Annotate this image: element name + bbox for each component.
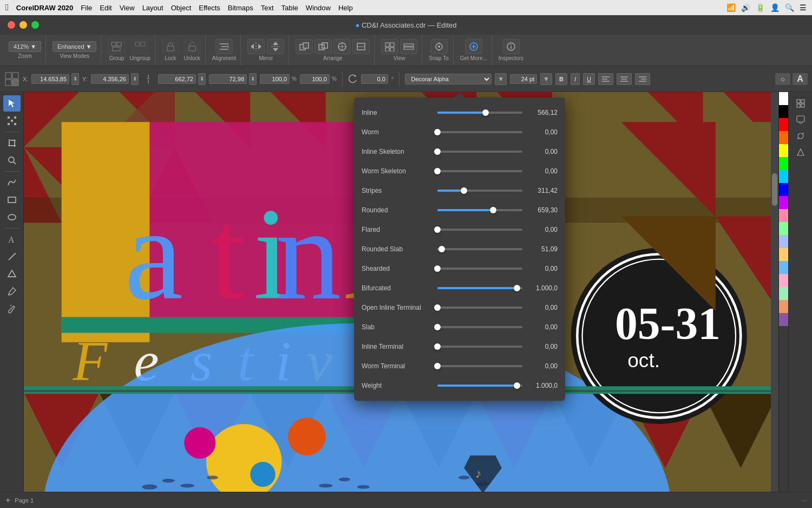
list-icon[interactable]: ☰ bbox=[800, 3, 807, 12]
w-input[interactable] bbox=[158, 74, 196, 84]
vf-slider-track-5[interactable] bbox=[437, 209, 522, 211]
y-stepper[interactable]: ⬍ bbox=[131, 73, 139, 85]
vf-slider-track-10[interactable] bbox=[437, 307, 522, 309]
color-swatch-purple[interactable] bbox=[779, 196, 788, 209]
inspectors-button[interactable] bbox=[502, 39, 520, 54]
node-edit-tool[interactable] bbox=[3, 113, 21, 129]
add-page-button[interactable]: + bbox=[5, 496, 10, 505]
y-input[interactable] bbox=[91, 74, 129, 84]
zoom-tool[interactable] bbox=[3, 152, 21, 168]
h-stepper[interactable]: ⬍ bbox=[249, 73, 257, 85]
x-stepper[interactable]: ⬍ bbox=[71, 73, 79, 85]
vf-slider-track-0[interactable] bbox=[437, 112, 522, 114]
eyedropper-tool[interactable] bbox=[3, 283, 21, 299]
maximize-button[interactable] bbox=[31, 21, 39, 29]
text-icon2[interactable]: A bbox=[793, 73, 808, 85]
color-swatch-sky[interactable] bbox=[779, 261, 788, 274]
vf-slider-track-1[interactable] bbox=[437, 131, 522, 133]
menu-window[interactable]: Window bbox=[306, 4, 331, 12]
h-input[interactable] bbox=[209, 74, 247, 84]
lock-button[interactable] bbox=[162, 39, 179, 54]
zoom-dropdown[interactable]: 412% ▼ bbox=[9, 41, 41, 52]
font-size-chevron[interactable]: ▼ bbox=[540, 73, 552, 85]
menu-object[interactable]: Object bbox=[171, 4, 192, 12]
menu-effects[interactable]: Effects bbox=[199, 4, 220, 12]
arrange-btn1[interactable] bbox=[296, 39, 313, 54]
font-name-chevron[interactable]: ▼ bbox=[495, 73, 507, 85]
scale-y-input[interactable] bbox=[300, 74, 330, 84]
rotate-input[interactable] bbox=[361, 74, 388, 84]
fx-button[interactable] bbox=[792, 144, 809, 160]
color-swatch-peach[interactable] bbox=[779, 300, 788, 313]
color-swatch-violet[interactable] bbox=[779, 313, 788, 326]
italic-button[interactable]: I bbox=[571, 73, 580, 85]
color-swatch-cyan[interactable] bbox=[779, 170, 788, 183]
vf-slider-thumb-12[interactable] bbox=[434, 343, 441, 350]
align-left-button[interactable] bbox=[598, 73, 613, 85]
vf-slider-thumb-9[interactable] bbox=[514, 285, 520, 291]
vf-slider-track-7[interactable] bbox=[437, 248, 522, 250]
color-swatch-light-blue[interactable] bbox=[779, 235, 788, 248]
mirror-v-button[interactable] bbox=[267, 39, 284, 54]
crop-tool[interactable] bbox=[3, 135, 21, 151]
mirror-h-button[interactable] bbox=[247, 39, 265, 54]
freehand-tool[interactable] bbox=[3, 174, 21, 191]
vf-slider-thumb-10[interactable] bbox=[434, 304, 441, 311]
unlock-button[interactable] bbox=[184, 39, 201, 54]
vf-slider-thumb-0[interactable] bbox=[482, 109, 489, 116]
apple-menu[interactable]:  bbox=[5, 3, 9, 12]
rectangle-tool[interactable] bbox=[3, 192, 21, 208]
vf-slider-track-3[interactable] bbox=[437, 170, 522, 172]
vf-slider-thumb-2[interactable] bbox=[434, 148, 441, 155]
x-input[interactable] bbox=[31, 74, 69, 84]
align-right-button[interactable] bbox=[635, 73, 650, 85]
color-swatch-mint[interactable] bbox=[779, 287, 788, 300]
menu-view[interactable]: View bbox=[120, 4, 135, 12]
view-btn1[interactable] bbox=[381, 39, 398, 54]
vf-slider-thumb-3[interactable] bbox=[434, 168, 441, 174]
vf-slider-track-4[interactable] bbox=[437, 190, 522, 192]
menu-edit[interactable]: Edit bbox=[100, 4, 112, 12]
vf-slider-track-13[interactable] bbox=[437, 365, 522, 367]
menu-table[interactable]: Table bbox=[281, 4, 298, 12]
canvas-scrollbar-thumb[interactable] bbox=[772, 173, 777, 206]
menu-bitmaps[interactable]: Bitmaps bbox=[228, 4, 253, 12]
vf-slider-track-8[interactable] bbox=[437, 268, 522, 270]
view-modes-dropdown[interactable]: Enhanced ▼ bbox=[53, 41, 96, 52]
arrange-btn4[interactable] bbox=[352, 39, 370, 54]
color-swatch-rose[interactable] bbox=[779, 274, 788, 287]
color-swatch-yellow[interactable] bbox=[779, 144, 788, 157]
color-swatch-red[interactable] bbox=[779, 118, 788, 131]
vf-slider-thumb-5[interactable] bbox=[490, 207, 496, 213]
ungroup-button[interactable] bbox=[132, 39, 149, 54]
scale-x-input[interactable] bbox=[260, 74, 290, 84]
vf-slider-thumb-11[interactable] bbox=[434, 324, 441, 330]
color-swatch-gold[interactable] bbox=[779, 248, 788, 261]
color-swatch-blue[interactable] bbox=[779, 183, 788, 196]
shape-tool[interactable] bbox=[3, 266, 21, 282]
vf-slider-thumb-13[interactable] bbox=[434, 363, 441, 369]
get-more-button[interactable] bbox=[465, 39, 482, 54]
canvas-vertical-scrollbar[interactable] bbox=[771, 92, 778, 492]
fill-tool[interactable] bbox=[3, 301, 21, 317]
canvas-area[interactable]: a t i n A r F e s t i v bbox=[24, 92, 778, 492]
vf-slider-thumb-7[interactable] bbox=[438, 246, 445, 252]
vf-slider-track-14[interactable] bbox=[437, 385, 522, 387]
alignment-button[interactable] bbox=[215, 39, 233, 54]
vf-slider-thumb-14[interactable] bbox=[514, 382, 520, 389]
arrange-btn3[interactable] bbox=[333, 39, 351, 54]
color-swatch-white[interactable] bbox=[779, 92, 788, 105]
vf-slider-thumb-4[interactable] bbox=[461, 187, 467, 194]
vf-slider-track-12[interactable] bbox=[437, 346, 522, 348]
color-swatch-light-green[interactable] bbox=[779, 222, 788, 235]
transform-button[interactable] bbox=[792, 128, 809, 144]
view-btn2[interactable] bbox=[400, 39, 417, 54]
minimize-button[interactable] bbox=[19, 21, 27, 29]
menu-text[interactable]: Text bbox=[261, 4, 274, 12]
color-swatch-orange[interactable] bbox=[779, 131, 788, 144]
color-swatch-green[interactable] bbox=[779, 157, 788, 170]
properties-button[interactable] bbox=[792, 95, 809, 112]
close-button[interactable] bbox=[8, 21, 15, 29]
align-center-button[interactable] bbox=[617, 73, 632, 85]
underline-button[interactable]: U bbox=[583, 73, 595, 85]
